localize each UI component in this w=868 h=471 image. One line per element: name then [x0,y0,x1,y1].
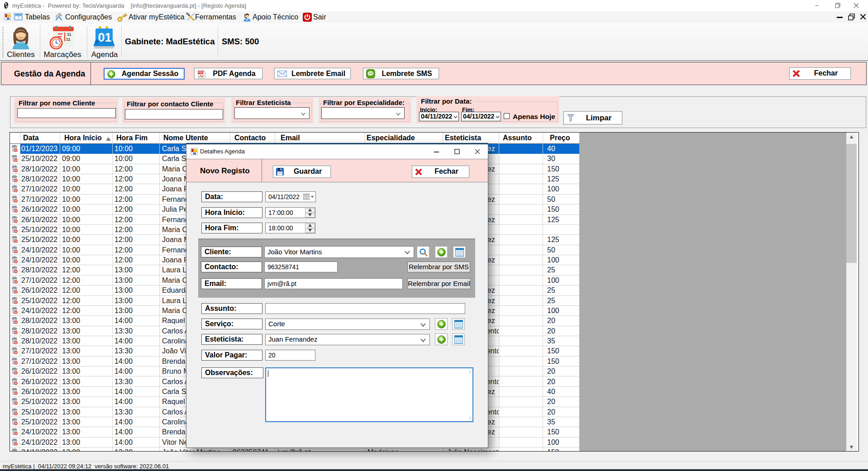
svg-text:11: 11 [66,37,71,42]
svg-text:11: 11 [67,32,72,37]
svg-text:SMS: SMS [369,72,373,75]
svg-text:01: 01 [98,31,112,44]
svg-text:PDF: PDF [198,71,204,74]
